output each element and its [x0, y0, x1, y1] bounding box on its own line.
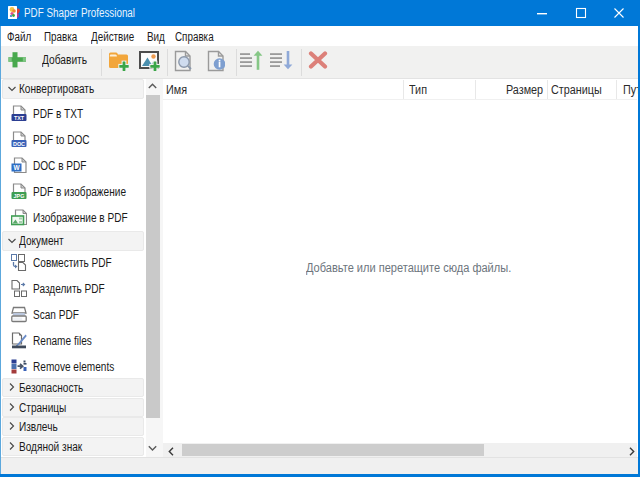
- svg-text:TXT: TXT: [14, 115, 25, 121]
- svg-text:JPG: JPG: [14, 193, 25, 199]
- svg-text:W: W: [13, 164, 20, 171]
- svg-text:DOC: DOC: [13, 141, 25, 147]
